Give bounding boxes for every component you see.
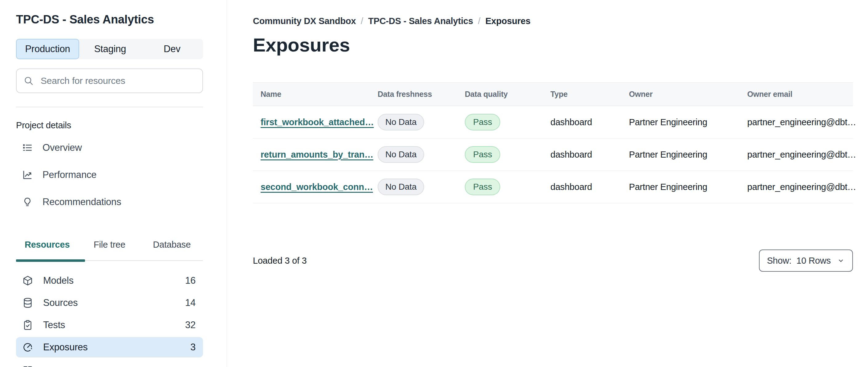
column-header-type[interactable]: Type xyxy=(551,83,629,106)
show-label: Show: xyxy=(767,256,792,266)
resource-tabs: Resources File tree Database xyxy=(16,238,203,261)
sidebar: TPC-DS - Sales Analytics Production Stag… xyxy=(0,0,227,367)
tab-dev[interactable]: Dev xyxy=(141,39,203,59)
table-row: return_amounts_by_tran… No Data Pass das… xyxy=(253,139,853,171)
page-title: Exposures xyxy=(253,34,853,56)
sidebar-item-label: Performance xyxy=(42,169,96,180)
owner-email-cell: partner_engineering@dbt… xyxy=(747,139,853,171)
search-icon xyxy=(23,76,34,86)
resource-label: Sources xyxy=(43,297,78,308)
column-header-owner[interactable]: Owner xyxy=(629,83,747,106)
quality-badge: Pass xyxy=(465,114,500,131)
resource-count: 16 xyxy=(185,275,195,286)
breadcrumb-separator: / xyxy=(361,16,363,26)
tab-file-tree[interactable]: File tree xyxy=(78,238,141,260)
column-header-data-freshness[interactable]: Data freshness xyxy=(378,83,465,106)
type-cell: dashboard xyxy=(551,106,629,139)
breadcrumb-current: Exposures xyxy=(486,16,531,26)
resource-count: 14 xyxy=(185,297,195,308)
exposure-link[interactable]: return_amounts_by_tran… xyxy=(260,149,373,160)
resource-count: 3 xyxy=(190,342,195,353)
database-icon xyxy=(22,297,33,308)
cube-icon xyxy=(22,275,33,286)
sidebar-item-sources[interactable]: Sources 14 xyxy=(16,293,203,313)
freshness-badge: No Data xyxy=(378,178,424,195)
chevron-down-icon xyxy=(837,257,845,264)
resource-label: Tests xyxy=(43,319,65,331)
sidebar-item-label: Overview xyxy=(42,142,82,153)
owner-cell: Partner Engineering xyxy=(629,106,747,139)
project-menu: Overview Performance xyxy=(16,139,203,210)
loaded-status: Loaded 3 of 3 xyxy=(253,256,307,266)
quality-badge: Pass xyxy=(465,178,500,195)
table-header-row: Name Data freshness Data quality Type Ow… xyxy=(253,83,853,106)
quality-badge: Pass xyxy=(465,146,500,163)
type-cell: dashboard xyxy=(551,139,629,171)
sidebar-item-partial[interactable] xyxy=(16,361,203,367)
resource-list: Models 16 Sources 14 xyxy=(16,271,203,367)
main-content: Community DX Sandbox / TPC-DS - Sales An… xyxy=(227,0,868,367)
sidebar-item-models[interactable]: Models 16 xyxy=(16,271,203,291)
resource-label: Exposures xyxy=(43,342,88,353)
table-row: first_workbook_attached… No Data Pass da… xyxy=(253,106,853,139)
tab-staging[interactable]: Staging xyxy=(79,39,141,59)
environment-tabs: Production Staging Dev xyxy=(16,39,203,59)
tab-production[interactable]: Production xyxy=(16,39,79,59)
freshness-badge: No Data xyxy=(378,114,424,131)
type-cell: dashboard xyxy=(551,171,629,203)
table-row: second_workbook_conn… No Data Pass dashb… xyxy=(253,171,853,203)
tab-resources[interactable]: Resources xyxy=(16,238,78,260)
resource-count: 32 xyxy=(185,319,195,331)
tab-database[interactable]: Database xyxy=(141,238,203,260)
table-footer: Loaded 3 of 3 Show: 10 Rows xyxy=(253,250,853,272)
sidebar-divider xyxy=(16,107,203,107)
sidebar-item-exposures[interactable]: Exposures 3 xyxy=(16,337,203,358)
project-details-label: Project details xyxy=(16,120,203,131)
exposures-table: Name Data freshness Data quality Type Ow… xyxy=(253,82,853,203)
sidebar-item-label: Recommendations xyxy=(42,196,121,207)
resource-label: Models xyxy=(43,275,73,286)
column-header-data-quality[interactable]: Data quality xyxy=(465,83,551,106)
grid-icon xyxy=(22,365,33,367)
show-value: 10 Rows xyxy=(797,256,831,266)
sidebar-item-overview[interactable]: Overview xyxy=(16,139,203,157)
breadcrumb: Community DX Sandbox / TPC-DS - Sales An… xyxy=(253,16,853,26)
sidebar-item-recommendations[interactable]: Recommendations xyxy=(16,193,203,210)
clipboard-check-icon xyxy=(22,319,33,331)
search-placeholder: Search for resources xyxy=(41,76,125,86)
dbt-explorer-app: TPC-DS - Sales Analytics Production Stag… xyxy=(0,0,868,367)
gauge-icon xyxy=(22,342,33,353)
owner-email-cell: partner_engineering@dbt… xyxy=(747,106,853,139)
sidebar-item-performance[interactable]: Performance xyxy=(16,166,203,184)
list-icon xyxy=(22,142,33,153)
breadcrumb-project[interactable]: TPC-DS - Sales Analytics xyxy=(368,16,473,26)
line-chart-icon xyxy=(22,170,33,180)
breadcrumb-separator: / xyxy=(478,16,480,26)
owner-cell: Partner Engineering xyxy=(629,171,747,203)
freshness-badge: No Data xyxy=(378,146,424,163)
sidebar-item-tests[interactable]: Tests 32 xyxy=(16,315,203,335)
breadcrumb-account[interactable]: Community DX Sandbox xyxy=(253,16,356,26)
search-input[interactable]: Search for resources xyxy=(16,68,203,93)
owner-email-cell: partner_engineering@dbt… xyxy=(747,171,853,203)
column-header-owner-email[interactable]: Owner email xyxy=(747,83,853,106)
exposure-link[interactable]: second_workbook_conn… xyxy=(260,182,373,192)
column-header-name[interactable]: Name xyxy=(253,83,378,106)
exposure-link[interactable]: first_workbook_attached… xyxy=(260,117,374,127)
rows-per-page-dropdown[interactable]: Show: 10 Rows xyxy=(759,250,853,272)
lightbulb-icon xyxy=(22,197,33,207)
owner-cell: Partner Engineering xyxy=(629,139,747,171)
selected-tab-indicator xyxy=(16,259,85,262)
project-title: TPC-DS - Sales Analytics xyxy=(16,12,203,27)
